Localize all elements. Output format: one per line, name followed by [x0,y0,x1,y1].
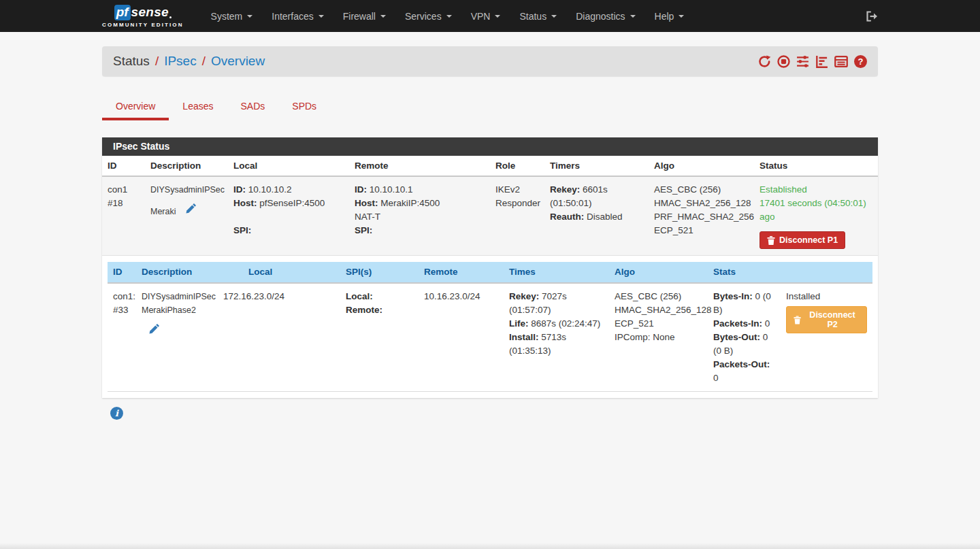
p1-reauth-label: Reauth: [550,212,584,222]
breadcrumb-separator: / [155,54,159,69]
p2-remote-cell: 10.16.23.0/24 [419,283,504,392]
p1-local-id-label: ID: [233,184,246,195]
p2-column-algo-header: Algo [609,262,708,283]
menu-vpn[interactable]: VPN [461,0,510,32]
p2-local-cell: 172.16.23.0/24 [218,283,340,392]
p2-packets-out-label: Packets-Out: [713,359,770,369]
menu-diagnostics-label: Diagnostics [576,11,625,22]
p2-algo-ipcomp: IPComp: None [615,331,702,344]
breadcrumb: Status / IPsec / Overview [113,54,265,69]
pfsense-logo[interactable]: pf sense COMMUNITY EDITION [102,5,184,28]
breadcrumb-link-ipsec[interactable]: IPsec [164,54,197,69]
p2-bytes-out-label: Bytes-Out: [713,332,760,342]
chevron-down-icon [247,15,252,18]
p1-status-cell: Established 17401 seconds (04:50:01) ago… [754,176,878,256]
p2-status-state: Installed [786,290,867,303]
p1-algo-cell: AES_CBC (256) HMAC_SHA2_256_128 PRF_HMAC… [649,176,754,256]
p1-rekey-label: Rekey: [550,184,580,195]
breadcrumb-separator: / [202,54,206,69]
p2-times-cell: Rekey: 7027s (01:57:07) Life: 8687s (02:… [504,283,609,392]
p1-reauth-value: Disabled [587,212,623,222]
p1-ike-version: IKEv2 [495,183,539,197]
menu-firewall[interactable]: Firewall [333,0,395,32]
p2-algo-cell: AES_CBC (256) HMAC_SHA2_256_128 ECP_521 … [609,283,708,392]
help-icon[interactable]: ? [854,55,867,68]
p2-column-id-header: ID [108,262,136,283]
column-algo-header: Algo [649,156,754,176]
p2-algo-hash: HMAC_SHA2_256_128 [615,303,702,317]
p2-packets-out-value: 0 [713,373,719,383]
menu-status[interactable]: Status [510,0,566,32]
p2-status-cell: Installed Disconnect P2 [781,283,872,392]
menu-interfaces-label: Interfaces [272,11,313,22]
edit-p2-button[interactable] [148,323,160,339]
column-description-header: Description [145,156,228,176]
p1-status-state: Established [760,183,872,197]
p2-column-remote-header: Remote [419,262,504,283]
tab-leases[interactable]: Leases [169,95,227,120]
p2-packets-in-label: Packets-In: [713,318,762,329]
p1-algo-hash: HMAC_SHA2_256_128 [654,197,749,210]
p1-local-host-value: pfSenseIP:4500 [259,198,325,208]
info-note: i [110,407,878,420]
p2-rekey-label: Rekey: [509,291,539,301]
refresh-icon [758,55,771,68]
p2-life-label: Life: [509,318,529,329]
stop-service-button[interactable] [777,55,790,68]
disconnect-p1-button[interactable]: Disconnect P1 [760,231,845,249]
table-icon [834,55,848,68]
ipsec-status-panel: IPsec Status ID Description Local Remote… [102,137,878,398]
p2-bytes-in-label: Bytes-In: [713,291,753,301]
p2-con-id: con1: [113,290,131,303]
p2-column-description-header: Description [136,262,218,283]
menu-help[interactable]: Help [645,0,694,32]
tab-sads[interactable]: SADs [227,95,279,120]
p1-role-cell: IKEv2 Responder [490,176,544,256]
menu-system[interactable]: System [201,0,263,32]
breadcrumb-bar: Status / IPsec / Overview [102,46,878,76]
phase1-row: con1 #18 DIYSysadminIPSec Meraki [102,176,878,256]
menu-interfaces[interactable]: Interfaces [262,0,333,32]
menu-diagnostics[interactable]: Diagnostics [566,0,644,32]
status-log-button[interactable] [815,55,828,68]
breadcrumb-link-overview[interactable]: Overview [211,54,265,69]
p2-local-network: 172.16.23.0/24 [223,291,284,301]
p2-stats-cell: Bytes-In: 0 (0 B) Packets-In: 0 Bytes-Ou… [708,283,781,392]
p2-child-id: #33 [113,303,131,317]
panel-title: IPsec Status [102,137,878,156]
sliders-icon [796,55,809,68]
menu-status-label: Status [519,11,546,22]
p2-spi-cell: Local: Remote: [340,283,419,392]
logout-button[interactable] [866,11,878,22]
tab-spds[interactable]: SPDs [278,95,330,120]
p1-role: Responder [495,197,539,210]
phase2-container-row: ID Description Local SPI(s) Remote Times… [102,256,878,399]
p2-column-spi-header: SPI(s) [340,262,419,283]
menu-firewall-label: Firewall [343,11,376,22]
p1-con-id: con1 [108,183,140,197]
menu-vpn-label: VPN [471,11,491,22]
column-timers-header: Timers [544,156,649,176]
edit-p1-button[interactable] [185,203,197,218]
disconnect-p2-button[interactable]: Disconnect P2 [786,306,867,333]
p2-description-cell: DIYSysadminIPSec MerakiPhase2 [136,283,218,392]
main-menu: System Interfaces Firewall Services VPN … [201,0,694,32]
p1-remote-host-value: MerakiIP:4500 [380,198,440,208]
chevron-down-icon [380,15,386,18]
p1-remote-host-label: Host: [355,198,378,208]
column-id-header: ID [102,156,145,176]
p1-id-cell: con1 #18 [102,176,145,256]
p1-remote-id-label: ID: [355,184,367,195]
filter-settings-button[interactable] [796,55,809,68]
tab-overview[interactable]: Overview [102,95,169,120]
table-view-button[interactable] [834,55,848,68]
chevron-down-icon [495,15,500,18]
trash-icon [794,316,801,325]
refresh-button[interactable] [758,55,771,68]
footer-edge [0,543,980,549]
chevron-down-icon [446,15,452,18]
info-icon[interactable]: i [110,407,123,420]
chevron-down-icon [679,15,684,18]
menu-services[interactable]: Services [395,0,461,32]
p1-remote-id-value: 10.10.10.1 [370,184,413,195]
